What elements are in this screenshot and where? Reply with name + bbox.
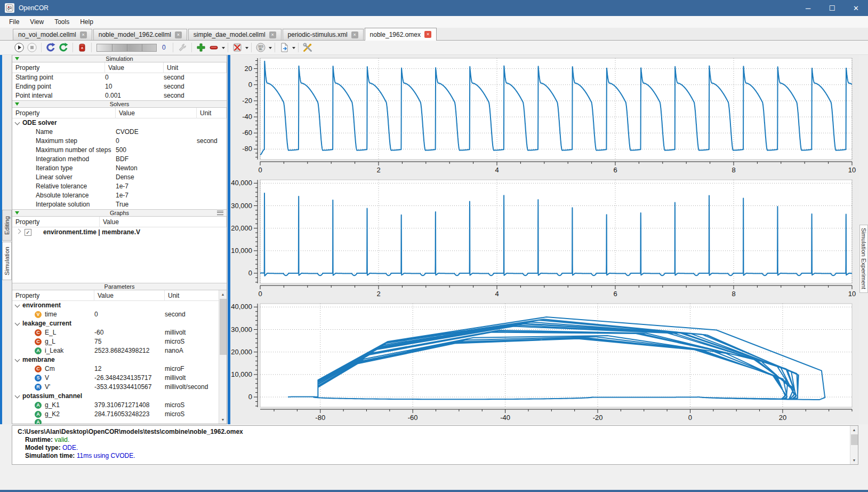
mode-tab-editing[interactable]: Editing — [2, 210, 12, 241]
table-row[interactable]: Maximum step0second — [12, 137, 227, 146]
scroll-up-icon[interactable]: ▲ — [219, 290, 227, 298]
table-row[interactable]: Ending point10second — [12, 82, 227, 91]
table-row[interactable]: Starting point0second — [12, 73, 227, 82]
graph-panel-dvdt-vs-time[interactable]: 010,00020,00030,00040,0000246810 — [230, 177, 859, 300]
sedml-dropdown-icon[interactable] — [269, 47, 272, 51]
tab-close-icon[interactable]: × — [269, 31, 276, 38]
table-row[interactable]: Absolute tolerance1e-7 — [12, 191, 227, 200]
close-button[interactable]: ✕ — [844, 0, 868, 16]
parameter-row[interactable]: RV'-353.419334410567millivolt/second — [12, 383, 227, 392]
reset-all-model-parameters-button[interactable] — [57, 41, 70, 54]
parameter-row[interactable]: CCm12microF — [12, 364, 227, 374]
graph-row[interactable]: ✓environment.time | membrane.V — [12, 227, 227, 237]
chevron-expanded-icon[interactable] — [15, 393, 20, 398]
table-row[interactable]: Point interval0.001second — [12, 91, 227, 100]
window-bottom-border — [0, 490, 868, 492]
scroll-down-icon[interactable]: ▼ — [219, 416, 227, 424]
property-unit — [197, 173, 227, 182]
svg-text:10: 10 — [848, 290, 856, 298]
parameter-group-row[interactable]: environment — [12, 301, 227, 310]
graph-panel-voltage-vs-time[interactable]: -80-60-40-200200246810 — [230, 55, 859, 177]
chevron-expanded-icon[interactable] — [15, 302, 20, 307]
clear-simulation-results-icon[interactable] — [76, 41, 89, 54]
svg-text:-80: -80 — [315, 414, 325, 422]
chevron-collapsed-icon[interactable] — [16, 229, 21, 234]
maximize-button[interactable]: ☐ — [820, 0, 844, 16]
parameter-row[interactable]: SV-26.3484234135717millivolt — [12, 374, 227, 383]
parameter-value: -26.3484234135717 — [94, 374, 165, 383]
scroll-up-icon[interactable]: ▲ — [850, 426, 858, 434]
chevron-expanded-icon[interactable] — [15, 320, 20, 326]
collapse-triangle-icon[interactable] — [15, 57, 19, 60]
solver-group-row[interactable]: ODE solver — [12, 118, 227, 128]
voltage-trace-chart[interactable]: -80-60-40-200200246810 — [230, 55, 859, 177]
data-export-dropdown-icon[interactable] — [292, 47, 295, 51]
table-row[interactable]: Linear solverDense — [12, 173, 227, 182]
file-tab[interactable]: no_voi_model.cellml× — [13, 29, 92, 40]
parameter-row[interactable]: CE_L-60millivolt — [12, 328, 227, 337]
file-tab[interactable]: simple_dae_model.cellml× — [188, 29, 282, 40]
file-tab-label: simple_dae_model.cellml — [194, 31, 266, 38]
dvdt-trace-chart[interactable]: 010,00020,00030,00040,0000246810 — [230, 177, 859, 300]
table-row[interactable]: Maximum number of steps500 — [12, 146, 227, 155]
file-tab[interactable]: periodic-stimulus.xml× — [283, 29, 364, 40]
menu-file[interactable]: File — [4, 17, 24, 27]
section-header-graphs[interactable]: Graphs — [12, 209, 227, 217]
output-scrollbar[interactable]: ▲ ▼ — [850, 426, 858, 464]
preferences-icon[interactable] — [301, 41, 314, 54]
run-simulation-button[interactable] — [13, 41, 26, 54]
parameter-row[interactable]: Cg_L75microS — [12, 337, 227, 346]
sedml-export-icon[interactable]: SEDML — [254, 41, 267, 54]
add-graph-panel-button[interactable] — [195, 41, 207, 54]
chevron-expanded-icon[interactable] — [15, 356, 20, 362]
tab-close-icon[interactable]: × — [351, 31, 358, 38]
parameter-group-row[interactable]: potassium_channel — [12, 392, 227, 401]
scrollbar-thumb[interactable] — [220, 299, 227, 355]
development-mode-icon[interactable] — [176, 41, 189, 54]
simulation-data-export-icon[interactable] — [278, 41, 291, 54]
mode-tab-simulation[interactable]: Simulation — [2, 242, 12, 280]
graph-enabled-checkbox[interactable]: ✓ — [25, 229, 31, 236]
view-tab-simulation-experiment[interactable]: Simulation Experiment — [859, 225, 868, 293]
column-header: Value — [100, 217, 227, 227]
scrollbar-thumb[interactable] — [851, 434, 858, 445]
parameter-group-row[interactable]: membrane — [12, 355, 227, 364]
chevron-expanded-icon[interactable] — [15, 120, 20, 125]
menu-tools[interactable]: Tools — [50, 17, 74, 27]
parameter-row[interactable]: Ag_K2284.716053248223microS — [12, 410, 227, 419]
remove-graph-panel-button[interactable] — [207, 41, 220, 54]
parameter-row[interactable]: Ag_K1379.310671271408microS — [12, 401, 227, 410]
section-header-simulation[interactable]: Simulation — [12, 55, 227, 62]
scroll-down-icon[interactable]: ▼ — [850, 456, 858, 464]
tab-close-icon[interactable]: × — [80, 31, 87, 38]
menu-view[interactable]: View — [25, 17, 49, 27]
reset-model-parameters-button[interactable] — [44, 41, 57, 54]
collapse-triangle-icon[interactable] — [15, 211, 19, 215]
table-row[interactable]: Iteration typeNewton — [12, 164, 227, 173]
table-row[interactable]: Interpolate solutionTrue — [12, 200, 227, 209]
simulation-delay-slider[interactable] — [97, 44, 157, 52]
phase-plot-chart[interactable]: 010,00020,00030,00040,000-80-60-40-20020 — [230, 300, 859, 424]
property-value: 0.001 — [105, 91, 164, 100]
menu-help[interactable]: Help — [75, 17, 98, 27]
parameter-row[interactable]: Vtime0second — [12, 310, 227, 319]
graphs-menu-icon[interactable] — [217, 211, 223, 215]
cellml-export-disabled-icon[interactable] — [231, 41, 244, 54]
parameters-scrollbar[interactable]: ▲ ▼ — [219, 290, 227, 424]
parameter-group-row[interactable]: leakage_current — [12, 319, 227, 328]
collapse-triangle-icon[interactable] — [15, 102, 19, 106]
section-header-solvers[interactable]: Solvers — [12, 100, 227, 108]
table-row[interactable]: Integration methodBDF — [12, 155, 227, 164]
remove-graph-panel-dropdown-icon[interactable] — [222, 47, 225, 51]
stop-simulation-button[interactable] — [26, 41, 38, 54]
tab-close-icon[interactable]: × — [424, 31, 431, 38]
minimize-button[interactable]: ─ — [796, 0, 820, 16]
table-row[interactable]: Relative tolerance1e-7 — [12, 182, 227, 191]
tab-close-icon[interactable]: × — [175, 31, 182, 38]
file-tab[interactable]: noble_1962.omex× — [365, 28, 437, 41]
graph-panel-phase-plot[interactable]: 010,00020,00030,00040,000-80-60-40-20020 — [230, 300, 859, 424]
table-row[interactable]: NameCVODE — [12, 128, 227, 137]
cellml-dropdown-icon[interactable] — [245, 47, 248, 51]
file-tab[interactable]: noble_model_1962.cellml× — [93, 29, 187, 40]
parameter-row[interactable]: Ai_Leak2523.86824398212nanoA — [12, 346, 227, 355]
